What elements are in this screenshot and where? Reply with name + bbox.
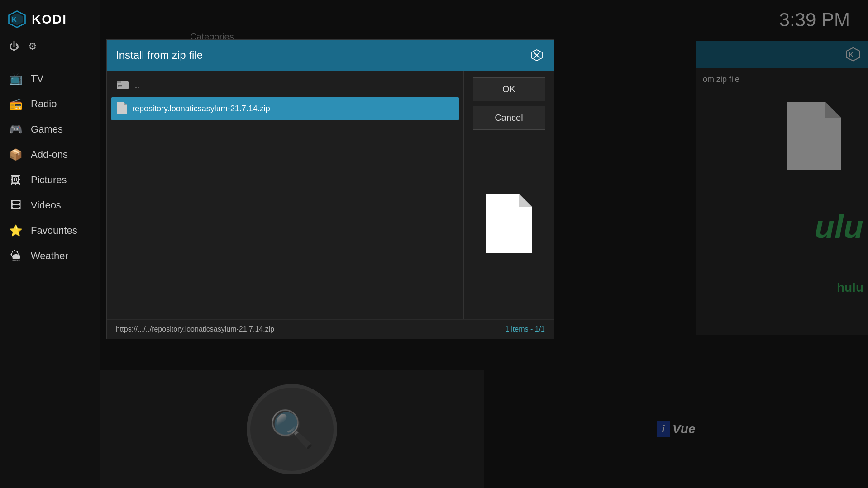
dialog-body: .. repository.loonaticsasylum-21.7.14.zi… [107, 71, 554, 319]
install-from-zip-dialog: Install from zip file [106, 39, 554, 339]
file-preview-area [486, 134, 532, 313]
selected-file-label: repository.loonaticsasylum-21.7.14.zip [132, 104, 270, 114]
sidebar-item-games[interactable]: 🎮 Games [0, 117, 100, 142]
main-content: 3:39 PM Categories K om zip file ulu [100, 0, 868, 488]
svg-marker-17 [519, 194, 532, 207]
sidebar-item-label-pictures: Pictures [31, 174, 67, 186]
dialog-action-sidebar: OK Cancel [463, 71, 554, 319]
sidebar-item-label-videos: Videos [31, 199, 61, 211]
sidebar-item-label-tv: TV [31, 73, 43, 85]
favourites-icon: ⭐ [9, 224, 23, 237]
radio-icon: 📻 [9, 98, 23, 110]
dialog-close-button[interactable] [529, 47, 545, 63]
sidebar-item-label-radio: Radio [31, 98, 57, 110]
dialog-header: Install from zip file [107, 40, 554, 71]
sidebar-item-label-favourites: Favourites [31, 225, 77, 237]
settings-icon[interactable]: ⚙ [28, 41, 37, 52]
file-list: .. repository.loonaticsasylum-21.7.14.zi… [107, 71, 463, 319]
sidebar-item-weather[interactable]: 🌦 Weather [0, 243, 100, 269]
sidebar-item-videos[interactable]: 🎞 Videos [0, 193, 100, 218]
zip-file-icon [117, 102, 127, 114]
cancel-button[interactable]: Cancel [473, 106, 545, 130]
dialog-overlay: Install from zip file [100, 0, 868, 488]
back-label: .. [135, 81, 139, 90]
sidebar-item-addons[interactable]: 📦 Add-ons [0, 142, 100, 167]
svg-marker-15 [124, 102, 127, 105]
sidebar-item-favourites[interactable]: ⭐ Favourites [0, 218, 100, 243]
sidebar-item-tv[interactable]: 📺 TV [0, 66, 100, 91]
sidebar-item-radio[interactable]: 📻 Radio [0, 91, 100, 117]
sidebar-item-label-weather: Weather [31, 250, 68, 262]
kodi-icon: K [7, 9, 27, 29]
folder-back-icon [117, 80, 129, 92]
sidebar-item-pictures[interactable]: 🖼 Pictures [0, 167, 100, 193]
footer-path: https://.../../repository.loonaticsasylu… [116, 325, 274, 333]
file-item-back[interactable]: .. [111, 75, 459, 96]
preview-document-icon [486, 194, 532, 253]
sidebar-items: 📺 TV 📻 Radio 🎮 Games 📦 Add-ons 🖼 Picture… [0, 66, 100, 269]
ok-button[interactable]: OK [473, 77, 545, 101]
sidebar-item-label-addons: Add-ons [31, 149, 68, 161]
app-title: KODI [32, 12, 67, 27]
file-icon [117, 102, 127, 116]
sidebar: K KODI ⏻ ⚙ 📺 TV 📻 Radio 🎮 Games 📦 Add-on… [0, 0, 100, 488]
power-icon[interactable]: ⏻ [9, 41, 19, 52]
dialog-title: Install from zip file [116, 49, 203, 62]
kodi-close-icon [530, 48, 544, 62]
sidebar-item-label-games: Games [31, 123, 63, 135]
file-item-selected[interactable]: repository.loonaticsasylum-21.7.14.zip [111, 97, 459, 120]
svg-text:K: K [12, 15, 17, 24]
sidebar-control-icons: ⏻ ⚙ [0, 38, 46, 62]
addons-icon: 📦 [9, 148, 23, 161]
svg-rect-11 [117, 81, 121, 83]
videos-icon: 🎞 [9, 199, 23, 212]
games-icon: 🎮 [9, 123, 23, 136]
tv-icon: 📺 [9, 72, 23, 85]
kodi-logo: K KODI [0, 5, 76, 38]
weather-icon: 🌦 [9, 250, 23, 262]
pictures-icon: 🖼 [9, 174, 23, 186]
folder-icon [117, 80, 129, 90]
dialog-footer: https://.../../repository.loonaticsasylu… [107, 319, 554, 339]
footer-count: 1 items - 1/1 [505, 325, 545, 333]
